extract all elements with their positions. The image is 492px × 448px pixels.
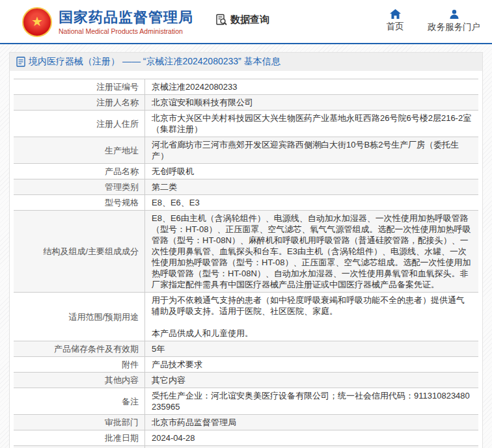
row-value: 2024-04-28	[145, 430, 478, 445]
table-row-registration-number: 注册证编号 京械注准20242080233	[14, 79, 478, 95]
row-label: 注册人名称	[14, 95, 145, 110]
row-label: 管理类别	[14, 179, 145, 194]
top-links: 首页 政务服务门户	[382, 9, 480, 33]
row-value: 用于为不依赖通气支持的患者（如中轻度呼吸衰竭和呼吸功能不全的患者）提供通气辅助及…	[145, 293, 478, 341]
detail-table-wrapper: 注册证编号 京械注准20242080233 注册人名称 北京谊安和顺科技有限公司…	[10, 71, 482, 448]
table-row-management-class: 管理类别 第二类	[14, 179, 478, 195]
site-header: ★ 国家药品监督管理局 National Medical Products Ad…	[0, 0, 492, 43]
row-label: 适用范围/预期用途	[14, 293, 145, 341]
table-row-intended-use: 适用范围/预期用途 用于为不依赖通气支持的患者（如中轻度呼吸衰竭和呼吸功能不全的…	[14, 293, 478, 341]
table-row-registrant-address: 注册人住所 北京市大兴区中关村科技园区大兴生物医药产业基地永旺西路26号院6号楼…	[14, 111, 478, 137]
national-emblem-icon: ★	[22, 7, 52, 37]
row-value: 其它内容	[145, 373, 478, 388]
table-row-attachment: 附件 产品技术要求	[14, 357, 478, 373]
row-label: 其他内容	[14, 373, 145, 388]
row-label: 审批部门	[14, 415, 145, 430]
row-value: 无创呼吸机	[145, 164, 478, 179]
page-background: 境内医疗器械（注册） —— “京械注准20242080233” 基本信息 注册证…	[0, 44, 492, 448]
breadcrumb-text: 境内医疗器械（注册） —— “京械注准20242080233” 基本信息	[29, 56, 280, 68]
table-row-structure-composition: 结构及组成/主要组成成分 E8、E6由主机（含涡轮组件）、电源线、自动加水加湿器…	[14, 211, 478, 293]
home-label: 首页	[387, 21, 404, 33]
row-value: 5年	[145, 341, 478, 356]
home-icon	[390, 9, 401, 19]
row-value: 受托生产企业：河北谊安奥美医疗设备有限公司；统一社会信用代码：911310823…	[145, 388, 478, 414]
breadcrumb: 境内医疗器械（注册） —— “京械注准20242080233” 基本信息	[10, 53, 482, 71]
table-row-registrant-name: 注册人名称 北京谊安和顺科技有限公司	[14, 95, 478, 111]
content-panel: 境内医疗器械（注册） —— “京械注准20242080233” 基本信息 注册证…	[9, 52, 483, 448]
table-row-model-spec: 型号规格 E8、E6、E3	[14, 195, 478, 211]
agency-subtitle: National Medical Products Administration	[59, 27, 193, 35]
star-icon: ★	[31, 15, 43, 28]
gov-portal-link[interactable]: 政务服务门户	[428, 9, 480, 33]
intended-use-paragraph-2: 本产品供成人和儿童使用。	[152, 328, 472, 339]
agency-logo[interactable]: ★ 国家药品监督管理局 National Medical Products Ad…	[22, 7, 193, 37]
row-label: 生产地址	[14, 137, 145, 163]
table-row-approval-date: 批准日期 2024-04-28	[14, 430, 478, 446]
row-label: 注册证编号	[14, 79, 145, 94]
home-link[interactable]: 首页	[382, 9, 408, 33]
data-query-label: 数据查询	[230, 14, 269, 26]
row-value: 北京市药品监督管理局	[145, 415, 478, 430]
registration-info-table: 注册证编号 京械注准20242080233 注册人名称 北京谊安和顺科技有限公司…	[14, 79, 478, 448]
document-icon	[16, 57, 25, 67]
row-value: 北京市大兴区中关村科技园区大兴生物医药产业基地永旺西路26号院6号楼2层216-…	[145, 111, 478, 137]
agency-title: 国家药品监督管理局	[59, 9, 193, 26]
table-row-remarks: 备注 受托生产企业：河北谊安奥美医疗设备有限公司；统一社会信用代码：911310…	[14, 388, 478, 415]
user-icon	[449, 9, 459, 20]
table-row-production-address: 生产地址 河北省廊坊市三河市燕郊开发区迎宾路西侧潮白大街10号B栋2号生产厂房（…	[14, 137, 478, 164]
table-row-approval-department: 审批部门 北京市药品监督管理局	[14, 415, 478, 430]
row-value: 河北省廊坊市三河市燕郊开发区迎宾路西侧潮白大街10号B栋2号生产厂房（委托生产）	[145, 137, 478, 163]
agency-name-block: 国家药品监督管理局 National Medical Products Admi…	[59, 9, 193, 35]
row-label: 附件	[14, 357, 145, 372]
table-row-product-name: 产品名称 无创呼吸机	[14, 164, 478, 179]
row-value: 京械注准20242080233	[145, 79, 478, 94]
table-row-other-content: 其他内容 其它内容	[14, 373, 478, 388]
row-label: 型号规格	[14, 195, 145, 210]
row-label: 结构及组成/主要组成成分	[14, 211, 145, 292]
data-query-nav[interactable]: 数据查询	[215, 14, 269, 26]
row-label: 产品储存条件及有效期	[14, 341, 145, 356]
row-label: 批准日期	[14, 430, 145, 445]
data-query-icon	[215, 14, 228, 26]
row-label: 备注	[14, 388, 145, 414]
row-value: E8、E6、E3	[145, 195, 478, 210]
intended-use-paragraph-1: 用于为不依赖通气支持的患者（如中轻度呼吸衰竭和呼吸功能不全的患者）提供通气辅助及…	[152, 295, 472, 317]
gov-portal-label: 政务服务门户	[428, 21, 480, 33]
row-label: 产品名称	[14, 164, 145, 179]
table-row-storage-validity: 产品储存条件及有效期 5年	[14, 341, 478, 357]
row-value: 北京谊安和顺科技有限公司	[145, 95, 478, 110]
row-label: 注册人住所	[14, 111, 145, 137]
row-value: 产品技术要求	[145, 357, 478, 372]
row-value: E8、E6由主机（含涡轮组件）、电源线、自动加水加湿器、一次性使用加热呼吸管路（…	[145, 211, 478, 292]
row-value: 第二类	[145, 179, 478, 194]
